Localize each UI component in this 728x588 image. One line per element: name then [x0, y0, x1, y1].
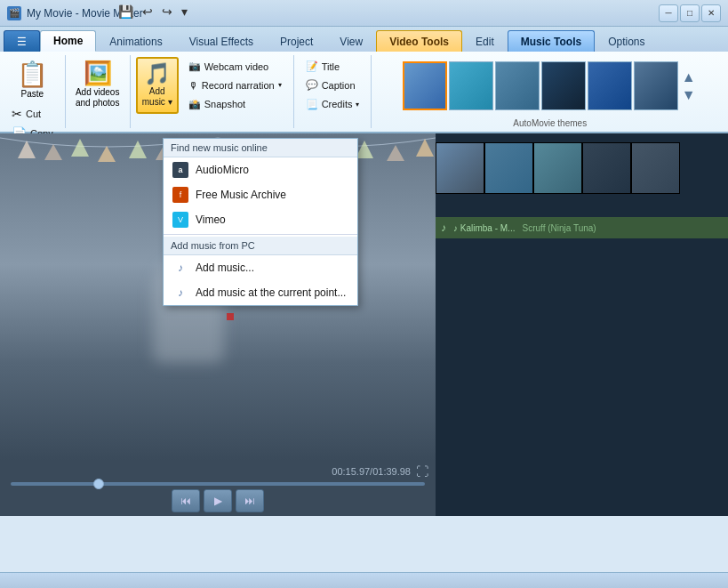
cut-button[interactable]: ✂ Cut	[5, 105, 60, 123]
seekbar-container	[7, 482, 428, 486]
tab-row: ☰ Home Animations Visual Effects Project…	[0, 27, 728, 52]
playback-buttons: ⏮ ▶ ⏭	[7, 489, 428, 512]
automovie-group: ▲ ▼ AutoMovie themes	[372, 55, 728, 128]
film-frame-2[interactable]	[484, 142, 533, 194]
mic-icon: 🎙	[188, 80, 198, 91]
dropdown-section-online: Find new music online	[164, 139, 357, 157]
automovie-thumb-5[interactable]	[588, 61, 632, 110]
webcam-button[interactable]: 📷 Webcam video	[182, 58, 288, 76]
svg-marker-14	[416, 139, 434, 157]
fma-icon: f	[172, 187, 188, 203]
automovie-thumb-2[interactable]	[449, 61, 493, 110]
add-videos-button[interactable]: 🖼️ Add videos and photos	[71, 57, 124, 111]
add-music-at-point-item[interactable]: ♪ Add music at the current point...	[164, 280, 357, 305]
paste-button[interactable]: 📋 Paste	[9, 57, 56, 101]
timeline-area: ♪ ♪ Kalimba - M... Scruff (Ninja Tuna)	[436, 133, 728, 516]
dropdown-divider	[164, 234, 357, 235]
audiomicro-icon: a	[172, 162, 188, 178]
tab-home[interactable]: Home	[40, 30, 96, 52]
ribbon-area: ☰ Home Animations Visual Effects Project…	[0, 27, 728, 133]
scissors-icon: ✂	[12, 107, 22, 121]
add-music-button[interactable]: 🎵 Addmusic ▾	[136, 57, 179, 114]
add-music-item[interactable]: ♪ Add music...	[164, 255, 357, 280]
add-music-dropdown: Find new music online a AudioMicro f Fre…	[163, 138, 358, 306]
music-track-label2: Scruff (Ninja Tuna)	[522, 223, 596, 233]
close-button[interactable]: ✕	[701, 4, 721, 22]
music-track-label: ♪ Kalimba - M...	[453, 223, 515, 233]
automovie-thumb-3[interactable]	[495, 61, 540, 110]
record-narration-button[interactable]: 🎙 Record narration ▾	[182, 77, 288, 94]
app-menu-button[interactable]: ☰	[4, 30, 40, 52]
fma-item[interactable]: f Free Music Archive	[164, 182, 357, 207]
tab-view[interactable]: View	[326, 30, 376, 52]
prev-frame-button[interactable]: ⏮	[172, 489, 200, 512]
qat-save[interactable]: 💾	[116, 4, 136, 20]
minimize-button[interactable]: ─	[659, 4, 678, 22]
title-button[interactable]: 📝 Title	[300, 58, 366, 76]
add-music-group: 🎵 Addmusic ▾ 📷 Webcam video 🎙 Record nar…	[131, 55, 294, 128]
tab-video-tools[interactable]: Video Tools	[376, 30, 462, 52]
next-frame-button[interactable]: ⏭	[236, 489, 264, 512]
add-videos-content: 🖼️ Add videos and photos	[71, 55, 124, 126]
film-frame-5[interactable]	[631, 142, 680, 194]
add-music-at-point-icon: ♪	[172, 285, 188, 301]
qat-redo[interactable]: ↪	[159, 4, 175, 20]
music-note-icon: 🎵	[144, 63, 171, 85]
automovie-scroll-down[interactable]: ▼	[680, 87, 698, 103]
tab-visual-effects[interactable]: Visual Effects	[176, 30, 267, 52]
vimeo-icon: V	[172, 212, 188, 228]
tab-project[interactable]: Project	[267, 30, 326, 52]
timecode: 00:15.97/01:39.98 ⛶	[7, 464, 428, 479]
next-frame-icon: ⏭	[244, 495, 255, 507]
dropdown-section-pc: Add music from PC	[164, 237, 357, 255]
tab-music-tools[interactable]: Music Tools	[508, 30, 595, 52]
film-frame-4[interactable]	[582, 142, 631, 194]
add-videos-group: 🖼️ Add videos and photos	[66, 55, 131, 128]
expand-button[interactable]: ⛶	[416, 464, 428, 479]
clipboard-group: 📋 Paste ✂ Cut 📄 Copy Cl	[0, 55, 66, 128]
svg-marker-1	[44, 144, 62, 160]
film-strip	[436, 142, 728, 213]
play-button[interactable]: ▶	[204, 489, 232, 512]
automovie-label: AutoMovie themes	[377, 117, 723, 128]
text-tools-content: 📝 Title 💬 Caption 📃 Credits ▾	[300, 55, 366, 126]
automovie-thumb-6[interactable]	[634, 61, 678, 110]
tab-edit[interactable]: Edit	[462, 30, 508, 52]
qat-menu[interactable]: ▾	[179, 4, 190, 20]
credits-button[interactable]: 📃 Credits ▾	[300, 95, 366, 113]
preview-controls: 00:15.97/01:39.98 ⛶ ⏮ ▶ ⏭	[0, 461, 436, 516]
small-tools-col: 📷 Webcam video 🎙 Record narration ▾ 📸 Sn…	[182, 57, 288, 114]
seekbar[interactable]	[11, 482, 425, 486]
tab-options[interactable]: Options	[595, 30, 658, 52]
automovie-thumb-1[interactable]	[403, 61, 447, 110]
red-dot	[227, 313, 234, 320]
caption-icon: 💬	[306, 79, 318, 91]
svg-marker-0	[18, 141, 36, 158]
text-tools-label	[300, 126, 366, 128]
clipboard-buttons: 📋 Paste ✂ Cut 📄 Copy	[5, 55, 60, 144]
add-music-label	[136, 126, 288, 128]
play-icon: ▶	[214, 495, 222, 507]
automovie-thumb-4[interactable]	[541, 61, 586, 110]
add-videos-group-label	[71, 126, 124, 128]
tab-animations[interactable]: Animations	[96, 30, 175, 52]
audiomicro-item[interactable]: a AudioMicro	[164, 157, 357, 182]
film-frame-3[interactable]	[533, 142, 582, 194]
maximize-button[interactable]: □	[680, 4, 700, 22]
svg-marker-12	[356, 141, 373, 158]
text-btns-col: 📝 Title 💬 Caption 📃 Credits ▾	[300, 57, 366, 114]
camera-icon: 📸	[188, 99, 201, 110]
snapshot-button[interactable]: 📸 Snapshot	[182, 95, 288, 113]
window-controls: ─ □ ✕	[659, 4, 721, 22]
caption-button[interactable]: 💬 Caption	[300, 77, 366, 94]
timecode-text: 00:15.97/01:39.98	[332, 466, 411, 477]
qat-undo[interactable]: ↩	[140, 4, 156, 20]
svg-marker-2	[71, 139, 89, 157]
vimeo-item[interactable]: V Vimeo	[164, 207, 357, 232]
film-frame-1[interactable]	[436, 142, 484, 194]
automovie-scroll-up[interactable]: ▲	[680, 69, 698, 85]
title-icon: 📝	[306, 60, 318, 72]
prev-frame-icon: ⏮	[180, 495, 191, 507]
svg-marker-4	[129, 141, 147, 158]
seekbar-thumb[interactable]	[93, 479, 104, 489]
